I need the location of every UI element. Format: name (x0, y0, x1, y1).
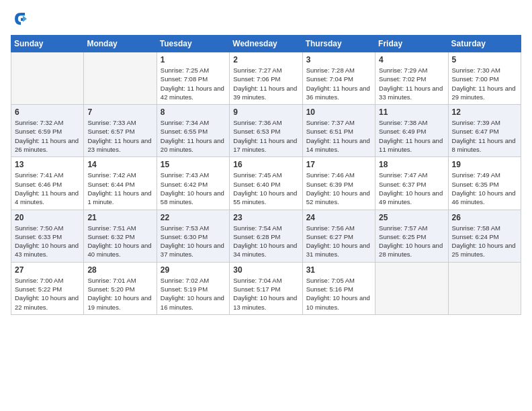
day-number: 9 (233, 107, 298, 117)
day-info: Sunrise: 7:49 AMSunset: 6:35 PMDaylight:… (452, 171, 517, 206)
day-number: 5 (452, 55, 517, 64)
day-number: 3 (306, 55, 371, 64)
calendar-cell: 3Sunrise: 7:28 AMSunset: 7:04 PMDaylight… (302, 52, 375, 105)
day-number: 10 (306, 107, 371, 117)
calendar-cell: 5Sunrise: 7:30 AMSunset: 7:00 PMDaylight… (448, 52, 521, 105)
calendar-cell: 24Sunrise: 7:56 AMSunset: 6:27 PMDayligh… (302, 210, 375, 262)
day-info: Sunrise: 7:58 AMSunset: 6:24 PMDaylight:… (452, 224, 517, 259)
header-wednesday: Wednesday (230, 36, 302, 52)
calendar-cell: 27Sunrise: 7:00 AMSunset: 5:22 PMDayligh… (11, 262, 84, 314)
calendar-cell: 15Sunrise: 7:43 AMSunset: 6:42 PMDayligh… (157, 157, 229, 210)
calendar-cell: 28Sunrise: 7:01 AMSunset: 5:20 PMDayligh… (84, 262, 157, 314)
calendar-cell: 22Sunrise: 7:53 AMSunset: 6:30 PMDayligh… (157, 210, 229, 262)
day-number: 28 (87, 265, 152, 275)
header-saturday: Saturday (448, 36, 521, 52)
calendar-cell: 31Sunrise: 7:05 AMSunset: 5:16 PMDayligh… (302, 262, 375, 314)
day-info: Sunrise: 7:25 AMSunset: 7:08 PMDaylight:… (161, 66, 226, 101)
header-sunday: Sunday (11, 36, 84, 52)
calendar-cell: 17Sunrise: 7:46 AMSunset: 6:39 PMDayligh… (302, 157, 375, 210)
day-info: Sunrise: 7:02 AMSunset: 5:19 PMDaylight:… (161, 276, 226, 312)
calendar-cell: 12Sunrise: 7:39 AMSunset: 6:47 PMDayligh… (448, 105, 521, 157)
calendar-cell: 18Sunrise: 7:47 AMSunset: 6:37 PMDayligh… (375, 157, 448, 210)
header-tuesday: Tuesday (157, 36, 229, 52)
calendar-cell: 25Sunrise: 7:57 AMSunset: 6:25 PMDayligh… (375, 210, 448, 262)
day-number: 13 (15, 160, 80, 169)
calendar-cell: 29Sunrise: 7:02 AMSunset: 5:19 PMDayligh… (157, 262, 229, 314)
logo-icon (11, 11, 27, 27)
day-info: Sunrise: 7:41 AMSunset: 6:46 PMDaylight:… (15, 171, 80, 206)
day-number: 16 (233, 160, 298, 169)
day-number: 18 (379, 160, 444, 169)
day-info: Sunrise: 7:34 AMSunset: 6:55 PMDaylight:… (161, 118, 226, 154)
calendar-week-row: 6Sunrise: 7:32 AMSunset: 6:59 PMDaylight… (11, 105, 521, 157)
calendar-cell: 21Sunrise: 7:51 AMSunset: 6:32 PMDayligh… (84, 210, 157, 262)
day-info: Sunrise: 7:32 AMSunset: 6:59 PMDaylight:… (15, 118, 80, 154)
day-number: 29 (161, 265, 226, 275)
day-info: Sunrise: 7:01 AMSunset: 5:20 PMDaylight:… (87, 276, 152, 312)
day-info: Sunrise: 7:53 AMSunset: 6:30 PMDaylight:… (161, 224, 226, 259)
calendar-cell: 4Sunrise: 7:29 AMSunset: 7:02 PMDaylight… (375, 52, 448, 105)
calendar-cell (375, 262, 448, 314)
day-info: Sunrise: 7:33 AMSunset: 6:57 PMDaylight:… (87, 118, 152, 154)
day-number: 7 (87, 107, 152, 117)
calendar-cell: 11Sunrise: 7:38 AMSunset: 6:49 PMDayligh… (375, 105, 448, 157)
day-number: 11 (379, 107, 444, 117)
calendar-cell: 9Sunrise: 7:36 AMSunset: 6:53 PMDaylight… (230, 105, 302, 157)
day-info: Sunrise: 7:27 AMSunset: 7:06 PMDaylight:… (233, 66, 298, 101)
day-number: 12 (452, 107, 517, 117)
day-info: Sunrise: 7:45 AMSunset: 6:40 PMDaylight:… (233, 171, 298, 206)
day-number: 14 (87, 160, 152, 169)
logo (11, 11, 30, 27)
day-number: 20 (15, 213, 80, 222)
day-number: 30 (233, 265, 298, 275)
header-friday: Friday (375, 36, 448, 52)
calendar-cell (11, 52, 84, 105)
calendar-cell: 26Sunrise: 7:58 AMSunset: 6:24 PMDayligh… (448, 210, 521, 262)
calendar-cell: 7Sunrise: 7:33 AMSunset: 6:57 PMDaylight… (84, 105, 157, 157)
calendar-cell: 2Sunrise: 7:27 AMSunset: 7:06 PMDaylight… (230, 52, 302, 105)
calendar-cell: 23Sunrise: 7:54 AMSunset: 6:28 PMDayligh… (230, 210, 302, 262)
day-info: Sunrise: 7:00 AMSunset: 5:22 PMDaylight:… (15, 276, 80, 312)
calendar-week-row: 20Sunrise: 7:50 AMSunset: 6:33 PMDayligh… (11, 210, 521, 262)
calendar-cell: 16Sunrise: 7:45 AMSunset: 6:40 PMDayligh… (230, 157, 302, 210)
calendar-cell: 1Sunrise: 7:25 AMSunset: 7:08 PMDaylight… (157, 52, 229, 105)
day-info: Sunrise: 7:42 AMSunset: 6:44 PMDaylight:… (87, 171, 152, 206)
calendar-cell: 8Sunrise: 7:34 AMSunset: 6:55 PMDaylight… (157, 105, 229, 157)
day-info: Sunrise: 7:46 AMSunset: 6:39 PMDaylight:… (306, 171, 371, 206)
day-info: Sunrise: 7:28 AMSunset: 7:04 PMDaylight:… (306, 66, 371, 101)
day-info: Sunrise: 7:57 AMSunset: 6:25 PMDaylight:… (379, 224, 444, 259)
day-number: 24 (306, 213, 371, 222)
day-info: Sunrise: 7:05 AMSunset: 5:16 PMDaylight:… (306, 276, 371, 312)
day-number: 19 (452, 160, 517, 169)
calendar-week-row: 27Sunrise: 7:00 AMSunset: 5:22 PMDayligh… (11, 262, 521, 314)
page-header (11, 11, 521, 27)
calendar-cell: 19Sunrise: 7:49 AMSunset: 6:35 PMDayligh… (448, 157, 521, 210)
day-number: 2 (233, 55, 298, 64)
day-info: Sunrise: 7:37 AMSunset: 6:51 PMDaylight:… (306, 118, 371, 154)
day-number: 8 (161, 107, 226, 117)
calendar-week-row: 1Sunrise: 7:25 AMSunset: 7:08 PMDaylight… (11, 52, 521, 105)
day-number: 21 (87, 213, 152, 222)
day-info: Sunrise: 7:04 AMSunset: 5:17 PMDaylight:… (233, 276, 298, 312)
calendar-cell: 20Sunrise: 7:50 AMSunset: 6:33 PMDayligh… (11, 210, 84, 262)
day-number: 6 (15, 107, 80, 117)
day-number: 27 (15, 265, 80, 275)
calendar-cell: 6Sunrise: 7:32 AMSunset: 6:59 PMDaylight… (11, 105, 84, 157)
calendar-cell (448, 262, 521, 314)
day-number: 25 (379, 213, 444, 222)
header-monday: Monday (84, 36, 157, 52)
day-info: Sunrise: 7:36 AMSunset: 6:53 PMDaylight:… (233, 118, 298, 154)
day-info: Sunrise: 7:47 AMSunset: 6:37 PMDaylight:… (379, 171, 444, 206)
day-number: 15 (161, 160, 226, 169)
calendar: SundayMondayTuesdayWednesdayThursdayFrid… (11, 35, 521, 315)
day-number: 31 (306, 265, 371, 275)
calendar-week-row: 13Sunrise: 7:41 AMSunset: 6:46 PMDayligh… (11, 157, 521, 210)
day-info: Sunrise: 7:30 AMSunset: 7:00 PMDaylight:… (452, 66, 517, 101)
day-info: Sunrise: 7:50 AMSunset: 6:33 PMDaylight:… (15, 224, 80, 259)
calendar-cell: 13Sunrise: 7:41 AMSunset: 6:46 PMDayligh… (11, 157, 84, 210)
day-number: 4 (379, 55, 444, 64)
calendar-cell (84, 52, 157, 105)
calendar-header-row: SundayMondayTuesdayWednesdayThursdayFrid… (11, 36, 521, 52)
header-thursday: Thursday (302, 36, 375, 52)
day-info: Sunrise: 7:38 AMSunset: 6:49 PMDaylight:… (379, 118, 444, 154)
